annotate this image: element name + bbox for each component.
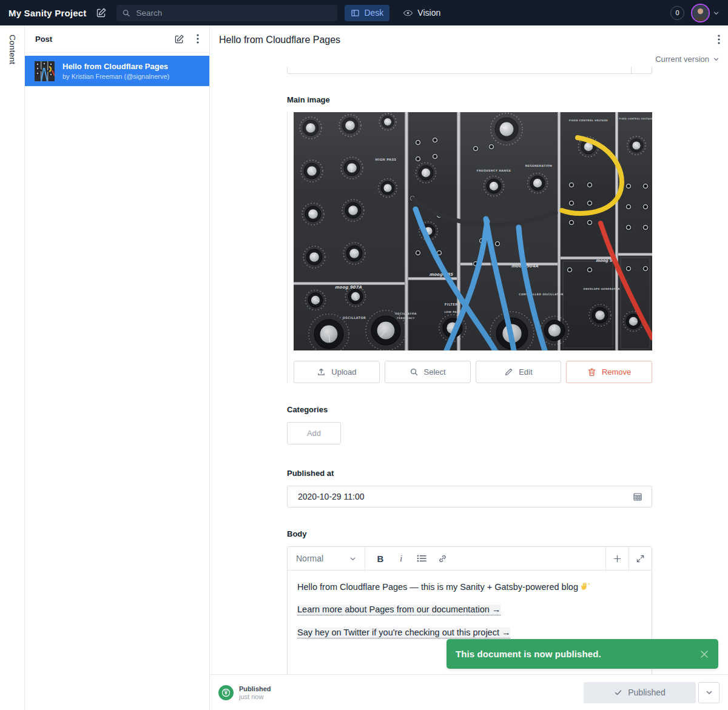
chevron-down-icon: [706, 689, 713, 696]
upload-button[interactable]: Upload: [294, 361, 380, 383]
post-item-subtitle: by Kristian Freeman (@signalnerve): [62, 73, 169, 80]
kebab-menu-icon[interactable]: [197, 34, 199, 44]
text-style-value: Normal: [296, 554, 323, 563]
document-form-scroll[interactable]: Main image: [210, 67, 728, 674]
calendar-icon[interactable]: [633, 492, 642, 501]
top-navbar: My Sanity Project Desk Vision 0: [0, 0, 728, 25]
edit-button[interactable]: Edit: [476, 361, 562, 383]
avatar[interactable]: [692, 5, 709, 21]
user-menu-chevron-icon[interactable]: [713, 10, 720, 16]
publish-status-time: just now: [239, 693, 271, 700]
select-button[interactable]: Select: [385, 361, 471, 383]
main-image-photo[interactable]: HIGH PASS FREQUENCY RANGE REGENERATION F…: [294, 112, 652, 350]
fullscreen-button[interactable]: [629, 547, 652, 570]
desk-icon: [351, 8, 360, 18]
bullet-list-icon: [417, 554, 427, 563]
upload-button-label: Upload: [331, 367, 356, 377]
check-icon: [614, 688, 622, 697]
published-at-input[interactable]: [297, 491, 633, 502]
link-button[interactable]: [432, 547, 453, 570]
document-kebab-menu-icon[interactable]: [718, 35, 720, 44]
body-link[interactable]: Learn more about Pages from our document…: [297, 605, 500, 615]
search-bar[interactable]: [116, 5, 337, 21]
wave-emoji: [580, 581, 590, 592]
italic-button[interactable]: i: [391, 547, 411, 570]
publish-menu-chevron-button[interactable]: [698, 682, 720, 703]
publish-button[interactable]: Published: [584, 682, 696, 703]
pencil-icon: [504, 367, 513, 377]
compose-icon: [96, 7, 107, 18]
publish-status-label: Published: [239, 685, 271, 692]
post-list-header: Post: [25, 25, 209, 53]
published-at-field[interactable]: [287, 486, 652, 507]
toast-message: This document is now published.: [456, 649, 699, 659]
remove-button[interactable]: Remove: [566, 361, 652, 383]
bullet-list-button[interactable]: [411, 547, 432, 570]
main-image-label: Main image: [287, 95, 652, 104]
body-paragraph: Say hey on Twitter if you're checking ou…: [297, 628, 642, 638]
panel-title: Post: [35, 35, 174, 44]
eye-icon: [403, 8, 413, 18]
publish-button-label: Published: [628, 688, 666, 697]
insert-block-button[interactable]: [605, 547, 629, 570]
document-title: Hello from Cloudflare Pages: [219, 35, 340, 45]
link-icon: [438, 554, 447, 563]
bold-button[interactable]: B: [370, 547, 391, 570]
new-document-icon[interactable]: [174, 34, 184, 44]
search-icon: [410, 367, 419, 377]
chevron-down-icon: [349, 555, 356, 562]
post-list-panel: Post Hello from Cloudflare Pages by Kris…: [25, 25, 210, 710]
expand-icon: [636, 554, 645, 563]
compose-document-button[interactable]: [96, 7, 107, 18]
edit-button-label: Edit: [519, 367, 532, 377]
document-editor: Hello from Cloudflare Pages Current vers…: [210, 25, 728, 710]
tab-vision-label: Vision: [417, 8, 440, 18]
body-paragraph: Learn more about Pages from our document…: [297, 605, 642, 615]
text-style-select[interactable]: Normal: [288, 547, 365, 570]
tab-desk[interactable]: Desk: [345, 5, 389, 21]
version-label: Current version: [655, 55, 709, 64]
upload-icon: [317, 367, 326, 377]
published-status-icon: [218, 685, 234, 700]
post-thumbnail: [35, 61, 55, 81]
post-item-title: Hello from Cloudflare Pages: [62, 62, 169, 72]
main-image-field: HIGH PASS FREQUENCY RANGE REGENERATION F…: [287, 112, 652, 383]
plus-icon: [613, 554, 622, 563]
post-list-item-selected[interactable]: Hello from Cloudflare Pages by Kristian …: [25, 56, 209, 86]
tab-desk-label: Desk: [364, 8, 383, 18]
close-icon[interactable]: [699, 649, 709, 659]
notifications-badge[interactable]: 0: [670, 6, 684, 20]
body-toolbar: Normal B i: [288, 547, 652, 571]
title-input-partial[interactable]: [287, 67, 652, 74]
document-footer: Published just now Published: [210, 674, 728, 710]
trash-icon: [587, 367, 596, 377]
content-rail[interactable]: Content: [0, 25, 25, 710]
body-paragraph: Hello from Cloudflare Pages — this is my…: [297, 581, 642, 592]
body-link[interactable]: Say hey on Twitter if you're checking ou…: [297, 628, 510, 638]
chevron-down-icon: [713, 56, 720, 62]
version-selector[interactable]: Current version: [655, 55, 720, 64]
publish-toast: This document is now published.: [447, 639, 718, 669]
search-icon: [122, 8, 130, 18]
remove-button-label: Remove: [602, 367, 631, 377]
select-button-label: Select: [424, 367, 446, 377]
tab-vision[interactable]: Vision: [397, 5, 447, 21]
categories-label: Categories: [287, 405, 652, 414]
avatar-photo: [692, 5, 709, 21]
search-input[interactable]: [135, 8, 332, 18]
add-category-button[interactable]: Add: [287, 422, 341, 444]
project-title[interactable]: My Sanity Project: [8, 8, 86, 18]
body-label: Body: [287, 529, 652, 538]
content-rail-label: Content: [8, 35, 17, 64]
published-at-label: Published at: [287, 469, 652, 478]
